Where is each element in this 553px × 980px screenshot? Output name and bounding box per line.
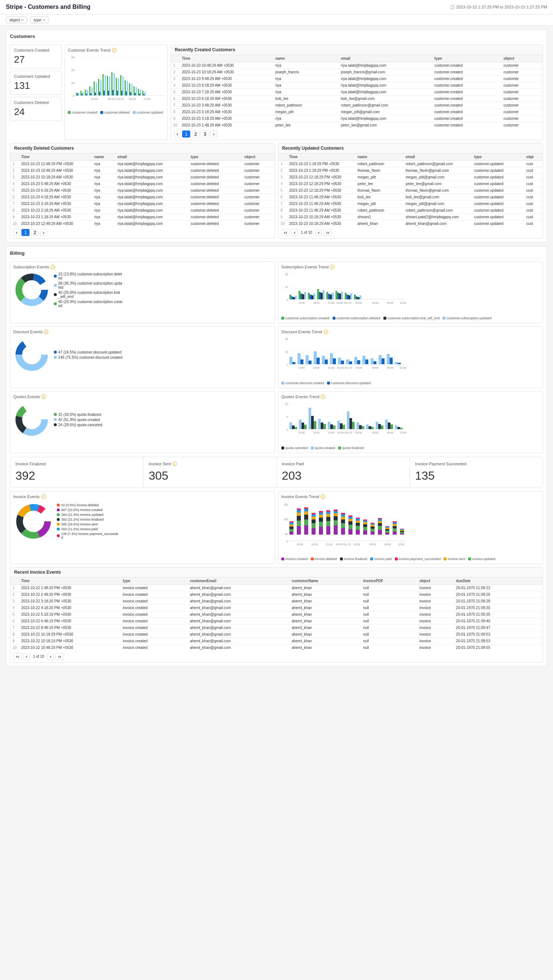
svg-rect-46: [131, 84, 132, 95]
svg-rect-304: [378, 523, 382, 526]
discount-pie-chart: [13, 336, 50, 373]
filter-type-remove[interactable]: ✕: [42, 18, 45, 22]
table-row: 6 2023-10-22 6:48:19 PM +0530 invoice.cr…: [10, 618, 543, 625]
invoice-pie-legend: 10 (0.5%) invoice.deleted 407 (22.0%) in…: [57, 503, 118, 539]
svg-rect-50: [138, 89, 139, 95]
svg-rect-262: [326, 517, 331, 521]
table-row: 10 2023-10-23 12:48:29 AM +0530 riya riy…: [10, 221, 275, 227]
svg-text:15:00: 15:00: [298, 366, 305, 369]
svg-rect-86: [321, 293, 323, 299]
quotes-trend-warning: ⚠: [321, 395, 325, 399]
svg-rect-307: [378, 518, 382, 519]
svg-text:09:00: 09:00: [387, 302, 393, 304]
svg-rect-235: [289, 521, 294, 522]
page-last[interactable]: ››: [55, 653, 64, 660]
page-2[interactable]: 2: [31, 229, 39, 236]
svg-rect-274: [341, 520, 345, 523]
page-next[interactable]: ›: [210, 130, 217, 137]
svg-text:30: 30: [71, 56, 75, 59]
svg-rect-197: [378, 424, 381, 429]
page-first[interactable]: ‹‹: [13, 653, 22, 660]
discount-events-card: Discount Events ⚠ 47 (24.5%) customer.di…: [10, 326, 275, 388]
customers-updated-label: Customers Updated: [14, 74, 57, 78]
page-prev[interactable]: ‹: [174, 130, 181, 137]
customers-deleted-label: Customers Deleted: [14, 100, 57, 105]
svg-rect-74: [293, 297, 295, 299]
page-prev[interactable]: ‹‹: [281, 229, 290, 236]
filter-object-remove[interactable]: ✕: [21, 18, 24, 22]
svg-rect-312: [385, 527, 389, 528]
table-row: 2 2023-10-23 10:48:29 AM +0530 riya riya…: [10, 167, 275, 174]
svg-rect-203: [397, 427, 400, 429]
svg-rect-319: [393, 521, 397, 522]
svg-rect-40: [122, 76, 124, 95]
svg-rect-138: [354, 357, 357, 364]
svg-rect-243: [304, 520, 308, 525]
invoice-paid-value: 203: [282, 469, 404, 483]
svg-text:00:00 Oct 23: 00:00 Oct 23: [337, 431, 352, 434]
svg-rect-34: [114, 73, 114, 95]
svg-rect-146: [387, 354, 390, 364]
table-row: 8 2023-10-23 2:18:29 AM +0530 riya riya.…: [10, 207, 275, 214]
svg-rect-91: [332, 293, 334, 299]
table-row: 6 2023-10-23 6:18:29 AM +0530 bob_lee bo…: [171, 95, 543, 102]
page-3[interactable]: 3: [201, 130, 209, 137]
recently-deleted-card: Recently Deleted Customers Time name ema…: [10, 143, 275, 239]
col-type: type: [432, 55, 501, 62]
svg-text:0: 0: [286, 299, 288, 301]
svg-rect-100: [354, 294, 356, 299]
svg-text:10: 10: [285, 402, 288, 405]
page-2[interactable]: 2: [192, 130, 199, 137]
page-prev2[interactable]: ‹: [291, 229, 298, 236]
page-prev[interactable]: ‹: [23, 653, 30, 660]
page-prev[interactable]: ‹: [13, 229, 20, 236]
quotes-trend-title: Quotes Events Trend ⚠: [281, 395, 540, 399]
svg-rect-323: [400, 530, 404, 531]
col-type: type: [472, 153, 524, 161]
svg-rect-76: [299, 291, 300, 299]
page-1[interactable]: 1: [182, 130, 190, 137]
svg-rect-38: [120, 75, 121, 95]
svg-rect-132: [330, 353, 333, 364]
table-row: 4 2023-10-23 12:18:29 PM +0530 peter_lee…: [278, 181, 543, 187]
svg-point-115: [24, 347, 39, 362]
invoice-paid-card: Invoice Paid 203: [277, 457, 410, 487]
table-row: 1 2023-10-22 1:48:20 PM +0530 invoice.cr…: [10, 585, 543, 592]
svg-text:0: 0: [73, 94, 75, 98]
svg-rect-316: [393, 526, 397, 528]
svg-rect-183: [333, 425, 335, 429]
table-row: 3 2023-10-22 3:18:20 PM +0530 invoice.cr…: [10, 598, 543, 605]
svg-rect-25: [100, 80, 102, 95]
filter-type[interactable]: type ✕: [30, 17, 49, 23]
page-next2[interactable]: ›: [315, 229, 322, 236]
svg-rect-308: [385, 533, 389, 535]
svg-text:0: 0: [286, 540, 288, 543]
svg-rect-201: [391, 424, 393, 429]
svg-rect-264: [326, 512, 331, 514]
svg-rect-16: [87, 90, 88, 95]
table-row: 7 2023-10-23 3:18:29 AM +0530 riya riya.…: [10, 200, 275, 207]
svg-rect-172: [299, 420, 302, 429]
svg-rect-231: [289, 529, 294, 532]
table-row: 8 2023-10-23 3:18:29 AM +0530 megan_pitt…: [171, 109, 543, 115]
filter-object[interactable]: object ✕: [6, 17, 27, 23]
svg-rect-309: [385, 531, 389, 533]
invoice-payment-card: Invoice Payment Succeeded 135: [410, 457, 543, 487]
svg-rect-238: [297, 516, 301, 520]
svg-text:0: 0: [286, 364, 288, 366]
svg-rect-260: [326, 526, 331, 535]
page-1[interactable]: 1: [21, 229, 29, 236]
page-next[interactable]: ››: [323, 229, 332, 236]
svg-rect-270: [334, 511, 338, 513]
page-next[interactable]: ›: [40, 229, 47, 236]
svg-rect-253: [311, 513, 316, 514]
svg-rect-234: [289, 522, 294, 524]
svg-rect-318: [393, 522, 397, 524]
svg-rect-12: [81, 94, 83, 95]
svg-rect-136: [346, 360, 349, 364]
svg-rect-31: [109, 77, 110, 95]
page-next[interactable]: ›: [47, 653, 54, 660]
svg-rect-87: [323, 290, 324, 299]
svg-rect-286: [356, 523, 360, 526]
page-title: Stripe - Customers and Billing: [6, 4, 90, 10]
